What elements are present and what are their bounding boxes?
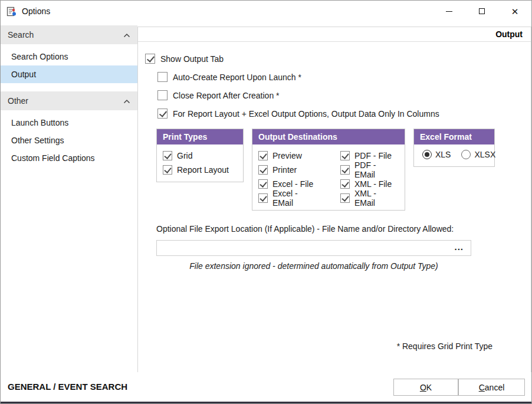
checkbox-label: XML - EMail bbox=[354, 189, 399, 208]
checkbox-report-layout[interactable]: Report Layout bbox=[163, 163, 237, 177]
output-destinations-header: Output Destinations bbox=[252, 129, 405, 144]
print-types-group: Print Types GridReport Layout bbox=[156, 129, 244, 182]
destinations-col1: PreviewPrinterExcel - FileExcel - EMail bbox=[258, 149, 320, 205]
close-button[interactable]: ✕ bbox=[498, 1, 531, 22]
window-title: Options bbox=[22, 6, 50, 16]
output-checkboxes: Show Output TabAuto-Create Report Upon L… bbox=[138, 42, 531, 123]
checkbox-preview[interactable]: Preview bbox=[258, 149, 320, 163]
sidebar-item-custom-field-captions[interactable]: Custom Field Captions bbox=[1, 149, 137, 167]
checkbox-icon[interactable] bbox=[157, 90, 168, 100]
checkbox-label: Auto-Create Report Upon Launch * bbox=[173, 73, 301, 82]
cancel-button[interactable]: Cancel bbox=[458, 379, 525, 396]
section-label: Search bbox=[8, 30, 34, 40]
sidebar-section-other[interactable]: Other bbox=[1, 91, 137, 110]
minimize-button[interactable] bbox=[432, 1, 465, 22]
maximize-button[interactable] bbox=[465, 1, 498, 22]
checkbox-label: Excel - File bbox=[272, 179, 313, 189]
status-text: GENERAL / EVENT SEARCH bbox=[8, 382, 127, 392]
checkbox-auto-create-report-upon-launch[interactable]: Auto-Create Report Upon Launch * bbox=[157, 68, 531, 86]
checkbox-label: XML - File bbox=[354, 179, 392, 189]
output-destinations-body: PreviewPrinterExcel - FileExcel - EMail … bbox=[252, 144, 405, 210]
checkbox-icon[interactable] bbox=[163, 151, 172, 160]
maximize-icon bbox=[479, 8, 485, 14]
checkbox-icon[interactable] bbox=[340, 193, 350, 203]
checkbox-printer[interactable]: Printer bbox=[258, 163, 320, 177]
checkbox-icon[interactable] bbox=[145, 54, 155, 64]
export-location-label: Optional File Export Location (If Applic… bbox=[156, 224, 471, 234]
sidebar-items: Launch ButtonsOther SettingsCustom Field… bbox=[1, 110, 137, 172]
radio-icon[interactable] bbox=[422, 150, 432, 159]
ok-button[interactable]: OK bbox=[393, 379, 458, 396]
destinations-col2: PDF - FilePDF - EMailXML - FileXML - EMa… bbox=[340, 149, 399, 205]
checkbox-label: PDF - EMail bbox=[354, 160, 399, 179]
export-note: File extension ignored - determined auto… bbox=[156, 261, 471, 271]
browse-button[interactable]: ... bbox=[451, 241, 467, 255]
checkbox-icon[interactable] bbox=[340, 179, 350, 189]
print-types-header: Print Types bbox=[157, 129, 243, 144]
option-groups: Print Types GridReport Layout Output Des… bbox=[156, 129, 531, 211]
radio-label: XLS bbox=[435, 150, 451, 159]
export-section: Optional File Export Location (If Applic… bbox=[156, 224, 471, 271]
grid-print-footnote: * Requires Grid Print Type bbox=[397, 341, 492, 351]
radio-icon[interactable] bbox=[461, 150, 471, 159]
checkbox-icon[interactable] bbox=[258, 165, 268, 175]
titlebar-left: Options bbox=[1, 6, 50, 17]
sidebar-section-search[interactable]: Search bbox=[1, 25, 137, 44]
checkbox-icon[interactable] bbox=[258, 193, 268, 203]
checkbox-icon[interactable] bbox=[157, 109, 168, 119]
checkbox-icon[interactable] bbox=[258, 179, 268, 189]
sidebar-items: Search OptionsOutput bbox=[1, 44, 137, 88]
checkbox-icon[interactable] bbox=[258, 151, 268, 160]
excel-format-header: Excel Format bbox=[414, 129, 494, 144]
chevron-up-icon bbox=[123, 96, 130, 106]
checkbox-icon[interactable] bbox=[340, 151, 350, 160]
export-location-input[interactable] bbox=[157, 241, 471, 255]
titlebar: Options ✕ bbox=[1, 1, 531, 22]
output-destinations-group: Output Destinations PreviewPrinterExcel … bbox=[252, 129, 405, 211]
checkbox-label: Show Output Tab bbox=[160, 54, 224, 64]
checkbox-label: Excel - EMail bbox=[272, 189, 320, 208]
app-icon bbox=[6, 6, 17, 17]
checkbox-show-output-tab[interactable]: Show Output Tab bbox=[145, 50, 531, 68]
excel-format-body: XLSXLSX bbox=[414, 144, 494, 166]
checkbox-close-report-after-creation[interactable]: Close Report After Creation * bbox=[157, 86, 531, 104]
content-panel: Output Show Output TabAuto-Create Report… bbox=[137, 27, 531, 373]
checkbox-for-report-layout-excel-output-options-output-data-only-in-columns[interactable]: For Report Layout + Excel Output Options… bbox=[157, 104, 531, 123]
options-dialog: Options ✕ SearchSearch OptionsOutputOthe… bbox=[0, 0, 532, 404]
chevron-up-icon bbox=[123, 29, 130, 40]
close-icon: ✕ bbox=[511, 7, 519, 16]
footer: GENERAL / EVENT SEARCH OK Cancel bbox=[1, 372, 531, 402]
checkbox-label: Grid bbox=[177, 151, 192, 160]
checkbox-label: Report Layout bbox=[177, 165, 229, 175]
sidebar-item-other-settings[interactable]: Other Settings bbox=[1, 132, 137, 149]
checkbox-label: For Report Layout + Excel Output Options… bbox=[173, 109, 439, 119]
checkbox-icon[interactable] bbox=[340, 165, 350, 175]
excel-format-options: XLSXLSX bbox=[420, 149, 488, 162]
excel-format-group: Excel Format XLSXLSX bbox=[413, 129, 495, 167]
sidebar: SearchSearch OptionsOutputOtherLaunch Bu… bbox=[1, 22, 137, 372]
export-location-field-wrap: ... bbox=[156, 240, 471, 256]
radio-label: XLSX bbox=[474, 150, 495, 159]
checkbox-excel-email[interactable]: Excel - EMail bbox=[258, 191, 320, 205]
section-label: Other bbox=[8, 96, 28, 106]
checkbox-label: PDF - File bbox=[354, 151, 392, 160]
sidebar-item-search-options[interactable]: Search Options bbox=[1, 48, 137, 65]
checkbox-icon[interactable] bbox=[157, 72, 168, 82]
radio-xls[interactable]: XLS bbox=[422, 150, 451, 159]
checkbox-pdf-email[interactable]: PDF - EMail bbox=[340, 163, 399, 177]
checkbox-label: Preview bbox=[272, 151, 302, 160]
radio-xlsx[interactable]: XLSX bbox=[461, 150, 495, 159]
checkbox-grid[interactable]: Grid bbox=[163, 149, 237, 163]
sidebar-item-launch-buttons[interactable]: Launch Buttons bbox=[1, 114, 137, 132]
window-controls: ✕ bbox=[432, 1, 531, 22]
print-types-body: GridReport Layout bbox=[157, 144, 243, 182]
taskbar-edge bbox=[1, 402, 531, 403]
minimize-icon bbox=[446, 11, 452, 12]
checkbox-xml-email[interactable]: XML - EMail bbox=[340, 191, 399, 205]
checkbox-icon[interactable] bbox=[163, 165, 172, 175]
sidebar-item-output[interactable]: Output bbox=[1, 65, 137, 83]
page-title: Output bbox=[138, 27, 531, 42]
checkbox-label: Close Report After Creation * bbox=[173, 91, 280, 100]
checkbox-label: Printer bbox=[272, 165, 297, 175]
